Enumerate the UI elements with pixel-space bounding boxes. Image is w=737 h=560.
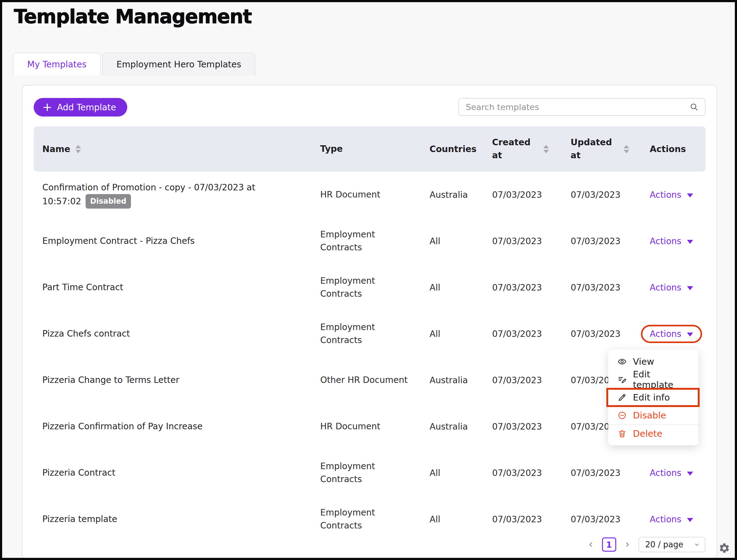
template-name: Part Time Contract: [42, 282, 123, 292]
created-at-cell: 07/03/2023: [492, 329, 570, 339]
actions-dropdown-trigger[interactable]: Actions: [650, 468, 693, 478]
minus-circle-icon: [617, 411, 627, 420]
tab-bar: My Templates Employment Hero Templates: [13, 53, 256, 75]
template-management-screen: Template Management My Templates Employm…: [0, 0, 737, 560]
column-header-countries: Countries: [430, 144, 492, 154]
add-template-button[interactable]: + Add Template: [34, 98, 127, 117]
actions-label: Actions: [650, 468, 681, 478]
column-label: Type: [320, 142, 343, 155]
actions-dropdown-trigger[interactable]: Actions: [650, 329, 693, 339]
table-row: Employment Contract - Pizza ChefsEmploym…: [34, 218, 705, 264]
column-header-actions: Actions: [650, 144, 705, 154]
created-at-cell: 07/03/2023: [492, 282, 570, 293]
updated-at-cell: 07/03/2023: [570, 329, 650, 339]
created-at-cell: 07/03/2023: [492, 236, 570, 246]
column-header-created-at[interactable]: Created at: [492, 136, 570, 162]
type-cell: Other HR Document: [320, 374, 430, 387]
menu-item-label: Edit info: [633, 392, 670, 403]
settings-gear-icon[interactable]: [718, 542, 730, 554]
template-name-cell: Pizzeria Change to Terms Letter: [34, 373, 320, 387]
page-size-select[interactable]: 20 / page: [638, 537, 705, 552]
actions-cell: Actions: [650, 190, 705, 200]
prev-page-button[interactable]: [587, 541, 595, 548]
column-header-name[interactable]: Name: [34, 144, 320, 154]
table-row: Pizzeria templateEmployment ContractsAll…: [34, 496, 705, 542]
sort-arrows-icon[interactable]: [543, 145, 549, 153]
actions-cell: Actions: [650, 468, 705, 478]
updated-at-cell: 07/03/2023: [570, 190, 650, 200]
sort-arrows-icon[interactable]: [624, 145, 629, 153]
actions-label: Actions: [650, 329, 681, 339]
actions-dropdown-trigger[interactable]: Actions: [650, 282, 693, 293]
menu-item-disable[interactable]: Disable: [608, 406, 698, 424]
type-cell: Employment Contracts: [320, 321, 430, 347]
caret-down-icon: [687, 193, 693, 197]
menu-item-label: Disable: [633, 410, 666, 421]
search-input[interactable]: [466, 102, 689, 112]
table-row: Confirmation of Promotion - copy - 07/03…: [34, 172, 705, 218]
actions-dropdown-trigger[interactable]: Actions: [650, 236, 693, 246]
page-title: Template Management: [14, 5, 252, 28]
type-cell: Employment Contracts: [320, 460, 430, 486]
current-page-button[interactable]: 1: [602, 537, 616, 552]
type-cell: HR Document: [320, 420, 430, 433]
template-name-cell: Pizzeria Contract: [34, 466, 320, 479]
column-header-updated-at[interactable]: Updated at: [570, 136, 650, 162]
chevron-down-icon: [694, 541, 700, 548]
next-page-button[interactable]: [624, 541, 631, 548]
caret-down-icon: [687, 518, 693, 522]
caret-down-icon: [687, 240, 693, 244]
menu-item-view[interactable]: View: [608, 353, 698, 371]
table-row: Pizzeria ContractEmployment ContractsAll…: [34, 450, 705, 496]
pencil-icon: [617, 393, 627, 402]
template-name-cell: Pizzeria template: [34, 512, 320, 526]
template-name: Pizza Chefs contract: [42, 329, 130, 339]
updated-at-cell: 07/03/2023: [570, 282, 650, 293]
caret-down-icon: [687, 472, 693, 476]
template-name: Pizzeria Contract: [42, 468, 115, 478]
caret-down-icon: [687, 286, 693, 290]
tab-employment-hero-templates[interactable]: Employment Hero Templates: [102, 53, 256, 75]
actions-label: Actions: [650, 282, 681, 293]
sort-arrows-icon[interactable]: [75, 145, 81, 153]
trash-icon: [617, 429, 627, 438]
actions-cell: Actions: [650, 282, 705, 293]
menu-item-edit-info[interactable]: Edit info: [608, 388, 698, 406]
column-label: Created at: [492, 136, 528, 162]
menu-item-label: View: [633, 356, 654, 367]
tab-my-templates[interactable]: My Templates: [13, 53, 101, 75]
actions-cell: Actions: [650, 514, 705, 524]
actions-label: Actions: [650, 190, 681, 200]
template-name: Pizzeria template: [42, 514, 117, 524]
template-name: Confirmation of Promotion - copy - 07/03…: [42, 182, 256, 206]
updated-at-cell: 07/03/2023: [570, 514, 650, 524]
template-name-cell: Pizza Chefs contract: [34, 327, 320, 340]
pagination: 1 20 / page: [587, 537, 705, 553]
template-name-cell: Confirmation of Promotion - copy - 07/03…: [34, 181, 320, 209]
caret-down-icon: [687, 333, 693, 337]
countries-cell: All: [430, 468, 492, 478]
template-name: Employment Contract - Pizza Chefs: [42, 236, 195, 246]
table-header: NameTypeCountriesCreated atUpdated atAct…: [34, 126, 705, 172]
annotation-oval: Actions: [641, 325, 702, 343]
actions-dropdown-trigger[interactable]: Actions: [650, 190, 693, 200]
type-cell: Employment Contracts: [320, 274, 430, 300]
created-at-cell: 07/03/2023: [492, 468, 570, 478]
menu-item-delete[interactable]: Delete: [608, 424, 698, 442]
countries-cell: All: [430, 329, 492, 339]
updated-at-cell: 07/03/2023: [570, 236, 650, 246]
menu-item-edit-template[interactable]: Edit template: [608, 371, 698, 388]
column-label: Countries: [430, 144, 476, 154]
template-name: Pizzeria Confirmation of Pay Increase: [42, 421, 203, 431]
countries-cell: Australia: [430, 190, 492, 200]
actions-dropdown-trigger[interactable]: Actions: [650, 514, 693, 524]
type-cell: Employment Contracts: [320, 506, 430, 532]
disabled-badge: Disabled: [86, 194, 131, 209]
templates-card: + Add Template NameTypeCountriesCreated …: [22, 85, 717, 559]
updated-at-cell: 07/03/2023: [570, 468, 650, 478]
countries-cell: All: [430, 514, 492, 524]
search-icon: [689, 102, 699, 112]
edit-template-icon: [617, 375, 627, 384]
column-label: Actions: [650, 144, 686, 154]
template-name-cell: Part Time Contract: [34, 281, 320, 294]
